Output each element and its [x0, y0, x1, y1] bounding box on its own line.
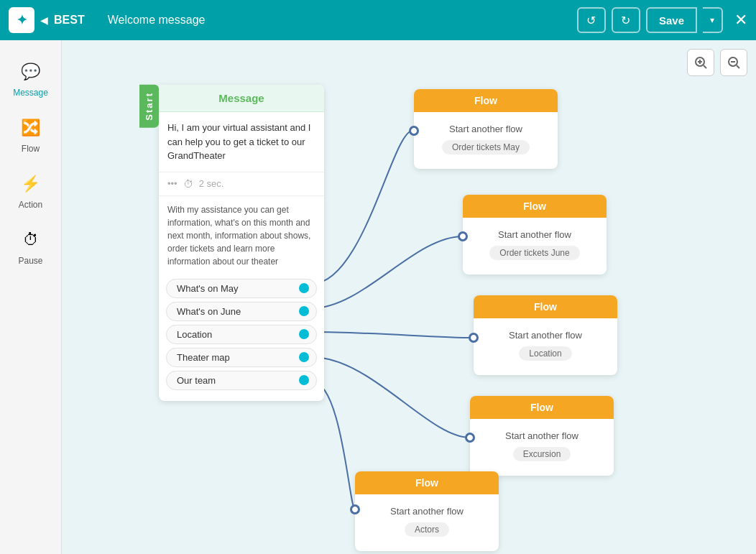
sidebar: 💬 Message 🔀 Flow ⚡ Action ⏱ Pause [0, 40, 62, 554]
project-name: BEST [54, 14, 85, 27]
option-label-our-team: Our team [177, 375, 216, 386]
sidebar-item-pause[interactable]: ⏱ Pause [5, 220, 57, 273]
close-button[interactable]: ✕ [734, 11, 747, 29]
divider-time: 2 sec. [199, 178, 224, 189]
flow-card-1-body: Start another flow Order tickets May [414, 112, 558, 169]
divider-dots: ••• [167, 178, 178, 189]
flow-card-1-subtitle: Start another flow [423, 124, 549, 134]
flow-card-5-body: Start another flow Actors [355, 494, 499, 551]
flow-card-5-subtitle: Start another flow [364, 506, 490, 517]
option-dot-may [299, 283, 309, 293]
zoom-out-button[interactable] [720, 49, 747, 76]
connector-dot-fc5 [350, 504, 360, 514]
message-card: Message Hi, I am your virtual assistant … [159, 85, 324, 401]
start-block: Start Message Hi, I am your virtual assi… [139, 85, 324, 401]
pause-icon: ⏱ [18, 227, 44, 253]
option-label-may: What's on May [177, 283, 239, 294]
sidebar-item-message[interactable]: 💬 Message [5, 52, 57, 105]
canvas[interactable]: Start Message Hi, I am your virtual assi… [62, 40, 756, 554]
message-card-header: Message [159, 85, 324, 112]
option-dot-our-team [299, 375, 309, 385]
connector-dot-fc3 [469, 333, 479, 343]
option-label-location: Location [177, 329, 212, 340]
message-icon: 💬 [18, 59, 44, 85]
flow-card-3-tag: Location [519, 346, 571, 361]
flow-card-2-body: Start another flow Order tickets June [463, 218, 607, 274]
svg-line-5 [737, 65, 739, 68]
option-dot-location [299, 329, 309, 339]
flow-card-5-header: Flow [355, 471, 499, 494]
message-divider: ••• ⏱ 2 sec. [159, 172, 324, 196]
zoom-controls [687, 49, 747, 76]
zoom-out-icon [727, 56, 740, 69]
option-dot-june [299, 306, 309, 316]
start-label: Start [139, 85, 159, 128]
flow-card-4[interactable]: Flow Start another flow Excursion [470, 396, 614, 476]
message-card-body2: With my assistance you can get informati… [159, 196, 324, 275]
option-our-team[interactable]: Our team [166, 371, 317, 390]
back-arrow-icon: ◀ [40, 14, 48, 26]
flow-card-4-body: Start another flow Excursion [470, 419, 614, 476]
sidebar-item-action[interactable]: ⚡ Action [5, 164, 57, 217]
sidebar-label-action: Action [19, 200, 42, 210]
flow-card-2[interactable]: Flow Start another flow Order tickets Ju… [463, 195, 607, 274]
option-whats-on-may[interactable]: What's on May [166, 279, 317, 298]
back-button[interactable]: ◀ [40, 14, 48, 26]
option-dot-theater-map [299, 352, 309, 362]
flow-card-5[interactable]: Flow Start another flow Actors [355, 471, 499, 551]
flow-card-1-tag: Order tickets May [442, 140, 530, 154]
flow-card-2-tag: Order tickets June [489, 246, 579, 260]
sidebar-item-flow[interactable]: 🔀 Flow [5, 108, 57, 161]
option-location[interactable]: Location [166, 325, 317, 344]
connector-dot-fc1 [409, 126, 419, 136]
flow-card-3-body: Start another flow Location [474, 318, 617, 375]
save-button[interactable]: Save [646, 7, 697, 33]
flow-card-1[interactable]: Flow Start another flow Order tickets Ma… [414, 89, 558, 169]
zoom-in-button[interactable] [687, 49, 714, 76]
flow-card-3[interactable]: Flow Start another flow Location [474, 295, 617, 375]
flow-card-2-subtitle: Start another flow [471, 229, 598, 240]
topbar: ✦ ◀ BEST Welcome message ↺ ↻ Save ▾ ✕ [0, 0, 756, 40]
flow-icon: 🔀 [18, 115, 44, 141]
flow-card-3-header: Flow [474, 295, 617, 318]
save-dropdown-button[interactable]: ▾ [703, 7, 723, 33]
logo: ✦ [9, 7, 34, 33]
connector-dot-fc2 [458, 231, 468, 241]
sidebar-label-flow: Flow [22, 144, 40, 154]
action-icon: ⚡ [18, 171, 44, 197]
sidebar-label-message: Message [13, 88, 48, 98]
sidebar-label-pause: Pause [18, 256, 42, 266]
flow-card-4-subtitle: Start another flow [479, 430, 605, 441]
option-label-theater-map: Theater map [177, 352, 230, 363]
message-card-body1: Hi, I am your virtual assistant and I ca… [159, 112, 324, 172]
flow-card-2-header: Flow [463, 195, 607, 218]
main-layout: 💬 Message 🔀 Flow ⚡ Action ⏱ Pause [0, 40, 756, 554]
flow-card-1-header: Flow [414, 89, 558, 112]
svg-line-1 [704, 65, 706, 68]
undo-button[interactable]: ↺ [577, 7, 606, 33]
option-whats-on-june[interactable]: What's on June [166, 302, 317, 321]
flow-card-5-tag: Actors [405, 522, 449, 537]
connector-dot-fc4 [465, 433, 475, 443]
redo-button[interactable]: ↻ [612, 7, 640, 33]
flow-card-4-tag: Excursion [513, 447, 571, 461]
flow-card-4-header: Flow [470, 396, 614, 419]
flow-card-3-subtitle: Start another flow [482, 330, 609, 341]
flow-title: Welcome message [108, 14, 206, 27]
option-label-june: What's on June [177, 306, 241, 317]
option-theater-map[interactable]: Theater map [166, 348, 317, 367]
clock-icon: ⏱ [183, 178, 193, 190]
zoom-in-icon [694, 56, 707, 69]
